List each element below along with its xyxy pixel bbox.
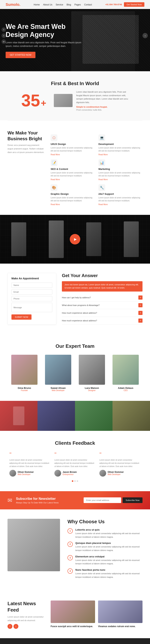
faq-item-0: How can I get help by address? + xyxy=(62,294,142,302)
testimonial-text-0: Lorem ipsum dolor sit amet consectetur a… xyxy=(10,458,50,468)
social-linkedin[interactable]: in xyxy=(2,39,6,44)
team-name-3: Adam Delaus xyxy=(110,386,140,390)
appointment-submit-button[interactable]: SUBMIT NOW xyxy=(12,314,32,320)
services-wrapper: We Make Your Business Bright Donec arcu … xyxy=(8,130,142,206)
news-left: Latest News Feed Lorem ipsum dolor sit a… xyxy=(8,600,45,629)
nav-blog[interactable]: Blog xyxy=(66,3,71,6)
service-text-gfx: Lorem ipsum dolor sit amet consectetur a… xyxy=(50,196,95,202)
service-text-mkt: Lorem ipsum dolor sit amet consectetur a… xyxy=(98,171,142,177)
service-icon-support: 🔧 xyxy=(98,184,105,191)
news-social-tw[interactable]: t xyxy=(14,624,18,629)
stats-cta[interactable]: Simple to condimentum feugiat. xyxy=(76,106,129,108)
service-title-seo: SEO & Content xyxy=(50,168,95,170)
news-cards: Fusce suscipit arcu velit id scelerisque… xyxy=(50,600,142,628)
read-more-seo[interactable]: Read More xyxy=(50,178,95,180)
nav-logo[interactable]: Sumolo. xyxy=(6,2,20,7)
newsletter-content: Subscribe for Newsletter Always Stay Up … xyxy=(16,497,80,504)
testimonial-author-0: Oliver Dommer xyxy=(18,471,34,474)
video-play-button[interactable] xyxy=(70,234,80,244)
team-img-1 xyxy=(45,355,71,385)
quote-icon-2: " xyxy=(100,452,140,457)
faq-box: Get Your Answer Jone nisi lorem ipsum ea… xyxy=(62,273,142,324)
why-number-2: 3 xyxy=(68,555,73,560)
testimonial-info-1: Jason Brown Entrepreneur xyxy=(54,470,96,476)
newsletter-subtitle: Always Stay Up To Date With Our Latest N… xyxy=(16,502,80,504)
why-image xyxy=(8,519,60,571)
testimonial-role-0: Web Developer xyxy=(18,474,34,476)
read-more-ux[interactable]: Read More xyxy=(50,154,95,156)
service-icon-seo: 📝 xyxy=(50,159,58,166)
service-icon-mkt: 📊 xyxy=(98,159,105,166)
testimonial-info-2: Oliver Dommer Web Developer xyxy=(100,470,140,476)
read-more-dev[interactable]: Read More xyxy=(98,154,142,156)
read-more-support[interactable]: Read More xyxy=(98,204,142,206)
team-name-2: Lara Maison xyxy=(77,386,107,390)
hero-next-arrow[interactable]: › xyxy=(142,33,148,38)
hero-content: We Are Smart Web Design Agency Lorem vit… xyxy=(6,22,84,58)
team-role-1: Web Developer xyxy=(43,390,73,392)
stats-plus: + xyxy=(41,98,46,108)
faq-toggle-1[interactable]: + xyxy=(138,303,142,307)
appointment-title: Make An Appointment xyxy=(12,277,52,280)
hero-text: Lorem vitae blandit sem arcu dignissim f… xyxy=(6,41,84,48)
service-text-seo: Lorem ipsum dolor sit amet consectetur a… xyxy=(50,171,95,177)
nav-pages[interactable]: Pages xyxy=(74,3,81,6)
testimonial-dots xyxy=(8,480,142,482)
why-item-title-3: Nunc faucibus porta nunc xyxy=(76,568,142,571)
faq-title: Get Your Answer xyxy=(62,273,142,278)
video-section xyxy=(0,215,150,264)
testimonial-author-1: Jason Brown xyxy=(62,471,77,474)
photo-strip-3 xyxy=(75,401,112,431)
faq-toggle-2[interactable]: + xyxy=(138,311,142,315)
appointment-message-input[interactable] xyxy=(12,303,52,312)
nav-service[interactable]: Service xyxy=(56,3,63,6)
photo-strip xyxy=(0,401,150,431)
faq-toggle-0[interactable]: + xyxy=(138,296,142,300)
news-card-img-1 xyxy=(98,600,142,623)
why-number-0: 1 xyxy=(68,528,73,534)
read-more-gfx[interactable]: Read More xyxy=(50,204,95,206)
nav-contact[interactable]: Contact xyxy=(84,3,92,6)
testimonial-avatar-1 xyxy=(54,470,61,476)
why-item-title-2: Elementum arcu volutpat xyxy=(76,555,142,558)
services-top-row: ⬡ UI/UX Design Lorem ipsum dolor sit ame… xyxy=(50,134,142,206)
faq-answer-box: Jone nisi lorem ipsum ea. Lorem ipsum do… xyxy=(62,281,142,292)
newsletter-email-input[interactable] xyxy=(84,498,121,503)
quote-icon-0: " xyxy=(10,452,50,457)
team-img-3 xyxy=(112,355,139,385)
newsletter-subscribe-button[interactable]: Subscribe Now xyxy=(122,498,142,503)
navbar: Sumolo. Home About Us Service Blog Pages… xyxy=(0,0,150,9)
service-title-ux: UI/UX Design xyxy=(50,143,95,146)
nav-about[interactable]: About Us xyxy=(43,3,52,6)
dot-3[interactable] xyxy=(77,480,78,482)
dot-1[interactable] xyxy=(72,480,73,482)
hero-section: f t in We Are Smart Web Design Agency Lo… xyxy=(0,0,150,71)
faq-item-3: How much experience about address? + xyxy=(62,317,142,324)
social-facebook[interactable]: f xyxy=(2,27,6,32)
nav-links: Home About Us Service Blog Pages Contact xyxy=(34,3,92,6)
photo-strip-2 xyxy=(38,401,75,431)
services-left: We Make Your Business Bright Donec arcu … xyxy=(8,130,45,154)
dot-2[interactable] xyxy=(74,480,76,482)
read-more-mkt[interactable]: Read More xyxy=(98,178,142,180)
social-twitter[interactable]: t xyxy=(2,33,6,38)
testimonials-section: Clients Feedback " Lorem ipsum dolor sit… xyxy=(0,431,150,491)
news-card-1: Vivamus sodales rutrum erat none. xyxy=(98,600,142,628)
services-all: ⬡ UI/UX Design Lorem ipsum dolor sit ame… xyxy=(50,130,142,206)
team-name-0: Gina Bruno xyxy=(10,386,40,390)
hero-cta-button[interactable]: GET STARTED NOW xyxy=(6,52,36,58)
social-icons: f t in xyxy=(2,27,6,44)
appointment-email-input[interactable] xyxy=(12,289,52,294)
faq-toggle-3[interactable]: + xyxy=(138,318,142,323)
testimonial-role-1: Entrepreneur xyxy=(62,474,77,476)
stats-text: Lorem vitae blandit sem arcu dignissim f… xyxy=(76,90,129,104)
service-card-seo: 📝 SEO & Content Lorem ipsum dolor sit am… xyxy=(50,159,95,180)
nav-cta-button[interactable]: Get Started Now xyxy=(124,2,144,7)
appointment-phone-input[interactable] xyxy=(12,296,52,301)
services-section: We Make Your Business Bright Donec arcu … xyxy=(0,120,150,215)
nav-home[interactable]: Home xyxy=(34,3,40,6)
team-member-0: Gina Bruno Founder xyxy=(10,355,40,392)
appointment-name-input[interactable] xyxy=(12,282,52,288)
service-text-dev: Lorem ipsum dolor sit amet consectetur a… xyxy=(98,146,142,152)
news-social-fb[interactable]: f xyxy=(8,624,12,629)
